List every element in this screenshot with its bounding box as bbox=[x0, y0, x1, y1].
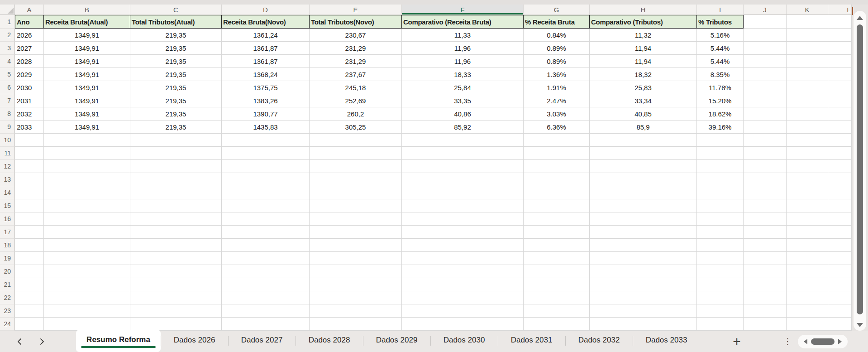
cell-K19[interactable] bbox=[787, 252, 828, 265]
cell-G3[interactable]: 0.89% bbox=[524, 42, 590, 55]
cell-J20[interactable] bbox=[744, 265, 787, 278]
cell-B2[interactable]: 1349,91 bbox=[44, 29, 130, 42]
cell-G19[interactable] bbox=[524, 252, 590, 265]
cell-L6[interactable] bbox=[828, 81, 852, 94]
cell-J19[interactable] bbox=[744, 252, 787, 265]
column-header-B[interactable]: B bbox=[44, 5, 130, 14]
cell-J6[interactable] bbox=[744, 81, 787, 94]
horizontal-scrollbar[interactable] bbox=[798, 335, 848, 348]
cell-C22[interactable] bbox=[130, 291, 222, 304]
cell-K22[interactable] bbox=[787, 291, 828, 304]
cell-F18[interactable] bbox=[402, 239, 524, 252]
row-header-3[interactable]: 3 bbox=[0, 42, 15, 55]
cell-C24[interactable] bbox=[130, 318, 222, 331]
cell-C14[interactable] bbox=[130, 186, 222, 199]
cell-A21[interactable] bbox=[15, 278, 44, 291]
column-header-H[interactable]: H bbox=[590, 5, 697, 14]
cell-J22[interactable] bbox=[744, 291, 787, 304]
sheet-tab-dados-2030[interactable]: Dados 2030 bbox=[430, 331, 498, 352]
cell-K2[interactable] bbox=[787, 29, 828, 42]
kebab-menu-icon[interactable]: ⋮ bbox=[783, 336, 789, 347]
cell-G22[interactable] bbox=[524, 291, 590, 304]
row-header-8[interactable]: 8 bbox=[0, 107, 15, 121]
cell-I14[interactable] bbox=[697, 186, 744, 199]
cell-J10[interactable] bbox=[744, 134, 787, 147]
cell-C16[interactable] bbox=[130, 212, 222, 226]
cell-G24[interactable] bbox=[524, 318, 590, 331]
cell-L21[interactable] bbox=[828, 278, 852, 291]
cell-C21[interactable] bbox=[130, 278, 222, 291]
cell-K21[interactable] bbox=[787, 278, 828, 291]
cell-A8[interactable]: 2032 bbox=[15, 107, 44, 121]
row-header-23[interactable]: 23 bbox=[0, 304, 15, 318]
cell-E11[interactable] bbox=[310, 147, 402, 160]
sheet-tab-dados-2031[interactable]: Dados 2031 bbox=[498, 331, 565, 352]
row-header-14[interactable]: 14 bbox=[0, 186, 15, 199]
cell-I24[interactable] bbox=[697, 318, 744, 331]
row-header-10[interactable]: 10 bbox=[0, 134, 15, 147]
column-header-A[interactable]: A bbox=[15, 5, 44, 14]
cell-C9[interactable]: 219,35 bbox=[130, 121, 222, 134]
cell-D17[interactable] bbox=[222, 226, 310, 239]
cell-D6[interactable]: 1375,75 bbox=[222, 81, 310, 94]
cell-D16[interactable] bbox=[222, 212, 310, 226]
cell-B15[interactable] bbox=[44, 199, 130, 212]
cell-G18[interactable] bbox=[524, 239, 590, 252]
cell-I16[interactable] bbox=[697, 212, 744, 226]
cell-A1[interactable]: Ano bbox=[15, 15, 44, 29]
cell-H23[interactable] bbox=[590, 304, 697, 318]
cell-F10[interactable] bbox=[402, 134, 524, 147]
cell-B12[interactable] bbox=[44, 160, 130, 173]
cell-J2[interactable] bbox=[744, 29, 787, 42]
cell-G20[interactable] bbox=[524, 265, 590, 278]
cell-B6[interactable]: 1349,91 bbox=[44, 81, 130, 94]
cell-I11[interactable] bbox=[697, 147, 744, 160]
cell-E1[interactable]: Total Tributos(Novo) bbox=[310, 15, 402, 29]
cell-K18[interactable] bbox=[787, 239, 828, 252]
cell-B16[interactable] bbox=[44, 212, 130, 226]
cell-A2[interactable]: 2026 bbox=[15, 29, 44, 42]
cell-H7[interactable]: 33,34 bbox=[590, 94, 697, 107]
cell-D9[interactable]: 1435,83 bbox=[222, 121, 310, 134]
cell-J13[interactable] bbox=[744, 173, 787, 186]
add-sheet-button[interactable]: + bbox=[729, 335, 744, 348]
cell-G5[interactable]: 1.36% bbox=[524, 68, 590, 81]
cell-B8[interactable]: 1349,91 bbox=[44, 107, 130, 121]
cell-A18[interactable] bbox=[15, 239, 44, 252]
cell-E17[interactable] bbox=[310, 226, 402, 239]
row-header-13[interactable]: 13 bbox=[0, 173, 15, 186]
cell-B23[interactable] bbox=[44, 304, 130, 318]
cell-G15[interactable] bbox=[524, 199, 590, 212]
cell-H6[interactable]: 25,83 bbox=[590, 81, 697, 94]
cell-H2[interactable]: 11,32 bbox=[590, 29, 697, 42]
cell-K12[interactable] bbox=[787, 160, 828, 173]
cell-L3[interactable] bbox=[828, 42, 852, 55]
cell-C8[interactable]: 219,35 bbox=[130, 107, 222, 121]
sheet-tab-dados-2033[interactable]: Dados 2033 bbox=[633, 331, 700, 352]
cell-I5[interactable]: 8.35% bbox=[697, 68, 744, 81]
cell-K4[interactable] bbox=[787, 55, 828, 68]
cell-H13[interactable] bbox=[590, 173, 697, 186]
cell-E23[interactable] bbox=[310, 304, 402, 318]
cell-L5[interactable] bbox=[828, 68, 852, 81]
cell-F22[interactable] bbox=[402, 291, 524, 304]
cell-A17[interactable] bbox=[15, 226, 44, 239]
cell-D5[interactable]: 1368,24 bbox=[222, 68, 310, 81]
column-header-C[interactable]: C bbox=[130, 5, 222, 14]
vertical-scrollbar-thumb[interactable] bbox=[857, 24, 863, 314]
cell-E13[interactable] bbox=[310, 173, 402, 186]
cell-C3[interactable]: 219,35 bbox=[130, 42, 222, 55]
cell-I17[interactable] bbox=[697, 226, 744, 239]
cell-G13[interactable] bbox=[524, 173, 590, 186]
cell-A6[interactable]: 2030 bbox=[15, 81, 44, 94]
cell-E8[interactable]: 260,2 bbox=[310, 107, 402, 121]
cell-K5[interactable] bbox=[787, 68, 828, 81]
cell-L9[interactable] bbox=[828, 121, 852, 134]
cell-B9[interactable]: 1349,91 bbox=[44, 121, 130, 134]
cell-G21[interactable] bbox=[524, 278, 590, 291]
cell-A12[interactable] bbox=[15, 160, 44, 173]
cell-K1[interactable] bbox=[787, 15, 828, 29]
cell-C18[interactable] bbox=[130, 239, 222, 252]
row-header-17[interactable]: 17 bbox=[0, 226, 15, 239]
horizontal-scrollbar-thumb[interactable] bbox=[811, 338, 835, 345]
